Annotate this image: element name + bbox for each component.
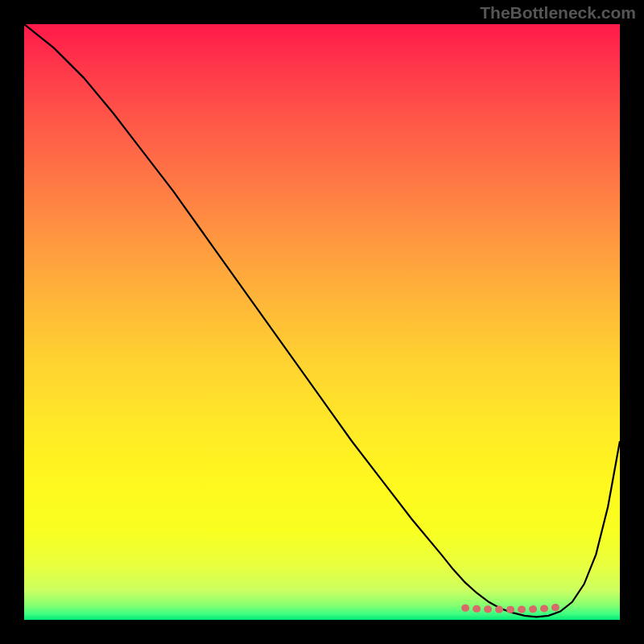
watermark-text: TheBottleneck.com [480, 3, 636, 23]
main-curve [24, 24, 620, 617]
chart-plot-area [24, 24, 620, 620]
highlight-curve [465, 607, 560, 609]
chart-svg [24, 24, 620, 620]
